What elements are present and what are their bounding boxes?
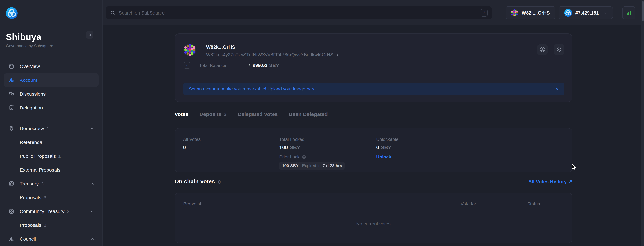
network-logo-icon — [564, 9, 572, 17]
table-divider — [183, 211, 564, 211]
scrollbar-thumb[interactable] — [642, 1, 644, 21]
prior-lock-chip: 100 SBY ·Expired in 7 d 23 hrs — [279, 162, 345, 169]
sidebar-item-label: Community Treasury — [20, 209, 64, 214]
bar-chart-icon — [626, 10, 632, 16]
sidebar-item-public-proposals[interactable]: Public Proposals 1 — [4, 149, 98, 163]
token-symbol: SBY — [269, 62, 279, 68]
stat-label: Unlockable — [376, 137, 398, 142]
onchain-votes-header: On-chain Votes 0 All Votes History ↗ — [174, 178, 572, 185]
stat-unlockable: Unlockable 0SBY Unlock — [376, 128, 398, 159]
main-content: W82k...GrHS W82kuk4y2ZcTzySTufNtWXyV8FF4… — [102, 25, 644, 246]
total-balance-label: Total Balance — [199, 63, 226, 68]
chain-subtitle: Governance by Subsquare — [6, 44, 53, 48]
sidebar-item-democracy[interactable]: Democracy 1 — [4, 122, 98, 135]
account-icon — [9, 77, 14, 83]
wallet-account-button[interactable]: W82k...GrHS — [506, 6, 555, 19]
statistics-button[interactable] — [622, 6, 635, 19]
stat-label: All Votes — [183, 137, 200, 142]
account-card: W82k...GrHS W82kuk4y2ZcTzySTufNtWXyV8FF4… — [174, 33, 572, 102]
chevron-up-icon — [90, 127, 94, 130]
treasury-icon — [9, 181, 14, 186]
app-root: Shibuya Governance by Subsquare Overview… — [0, 0, 644, 246]
column-header-proposal: Proposal — [183, 201, 410, 207]
search-icon — [110, 10, 115, 15]
sidebar-item-delegation[interactable]: Delegation — [4, 101, 98, 115]
banner-text: Set an avatar to make you remarkable! Up… — [189, 86, 305, 91]
sidebar-item-overview[interactable]: Overview — [4, 59, 98, 73]
unlock-link[interactable]: Unlock — [376, 154, 391, 159]
sidebar-item-external-proposals[interactable]: External Proposals — [4, 163, 98, 177]
sidebar-item-treasury-proposals[interactable]: Proposals 3 — [4, 191, 98, 204]
grid-icon — [9, 64, 14, 69]
tab-deposits[interactable]: Deposits 3 — [199, 111, 226, 117]
settings-button[interactable] — [554, 44, 564, 55]
sidebar-item-treasury[interactable]: Treasury 3 — [4, 177, 98, 191]
stat-all-votes: All Votes 0 — [183, 128, 200, 150]
table-header-row: Proposal Vote for Status — [183, 201, 564, 207]
sidebar-item-council[interactable]: Council — [4, 232, 98, 246]
votes-table-card: Proposal Vote for Status No current vote… — [174, 193, 572, 243]
hand-icon — [9, 126, 14, 131]
block-height: #7,429,151 — [575, 10, 599, 15]
all-votes-history-link[interactable]: All Votes History ↗ — [528, 179, 572, 184]
sidebar-item-discussions[interactable]: Discussions — [4, 87, 98, 101]
tab-label: Been Delegated — [289, 111, 328, 117]
sidebar-item-count: 1 — [47, 126, 49, 131]
sidebar-item-label: Proposals — [20, 222, 41, 228]
section-title: On-chain Votes — [174, 178, 215, 185]
sidebar-item-label: Discussions — [20, 91, 46, 97]
banner-upload-link[interactable]: here — [306, 86, 316, 91]
sidebar-item-count: 1 — [58, 153, 61, 159]
council-icon — [9, 236, 14, 242]
total-balance-amount: ≈ 999.63 — [249, 62, 268, 68]
chevron-down-icon — [603, 11, 607, 15]
sidebar-item-label: Proposals — [20, 195, 41, 200]
sidebar-item-label: Treasury — [20, 181, 38, 186]
prior-lock-label: Prior Lock ? — [279, 154, 345, 159]
wallet-address-short: W82k...GrHS — [522, 10, 550, 15]
sidebar-collapse-button[interactable] — [86, 31, 94, 39]
tab-label: Delegated Votes — [238, 111, 278, 117]
sidebar-item-label: Democracy — [20, 126, 44, 131]
sidebar-item-count: 3 — [44, 195, 46, 200]
question-circle-icon[interactable]: ? — [302, 155, 306, 159]
topbar: Search on SubSquare / W82k...GrHS #7,429… — [102, 0, 644, 25]
profile-button[interactable] — [537, 44, 548, 55]
tab-label: Deposits — [199, 111, 221, 117]
banner-close-icon[interactable]: ✕ — [555, 86, 559, 91]
user-circle-icon — [539, 46, 545, 52]
account-tabs: Votes Deposits 3 Delegated Votes Been De… — [174, 111, 328, 117]
chevron-up-icon — [90, 237, 94, 241]
sidebar-item-label: Account — [20, 77, 37, 83]
tab-count: 3 — [224, 111, 227, 117]
chip-amount: 100 SBY — [282, 163, 299, 168]
balance-expand-button[interactable]: ▾ — [184, 62, 190, 69]
column-header-status: Status — [527, 201, 564, 207]
sidebar-item-label: External Proposals — [20, 167, 60, 173]
token-symbol: SBY — [381, 144, 392, 150]
tab-been-delegated[interactable]: Been Delegated — [289, 111, 328, 117]
tab-votes[interactable]: Votes — [174, 111, 188, 117]
stat-value: 0 — [376, 144, 379, 150]
sidebar-item-label: Delegation — [20, 105, 43, 111]
sidebar-item-account[interactable]: Account — [4, 73, 98, 87]
sidebar-item-label: Overview — [20, 64, 40, 69]
sidebar-item-referenda[interactable]: Referenda — [4, 135, 98, 149]
sidebar-item-count: 2 — [44, 223, 46, 228]
scrollbar-track — [641, 0, 644, 246]
network-selector-button[interactable]: #7,429,151 — [558, 6, 613, 19]
tab-label: Votes — [174, 111, 188, 117]
sidebar-item-community-treasury[interactable]: Community Treasury 2 — [4, 204, 98, 218]
account-display-name: W82k...GrHS — [206, 44, 235, 50]
copy-icon[interactable] — [336, 52, 341, 57]
search-input[interactable]: Search on SubSquare / — [106, 6, 492, 19]
chain-title: Shibuya — [6, 32, 41, 42]
delegation-icon — [9, 105, 14, 111]
search-placeholder: Search on SubSquare — [119, 10, 481, 15]
sidebar-item-community-proposals[interactable]: Proposals 2 — [4, 218, 98, 232]
tab-delegated-votes[interactable]: Delegated Votes — [238, 111, 278, 117]
sidebar-item-label: Public Proposals — [20, 153, 56, 159]
sidebar-divider — [6, 118, 96, 119]
collapse-left-icon — [88, 33, 92, 37]
caret-down-icon: ▾ — [186, 64, 188, 67]
